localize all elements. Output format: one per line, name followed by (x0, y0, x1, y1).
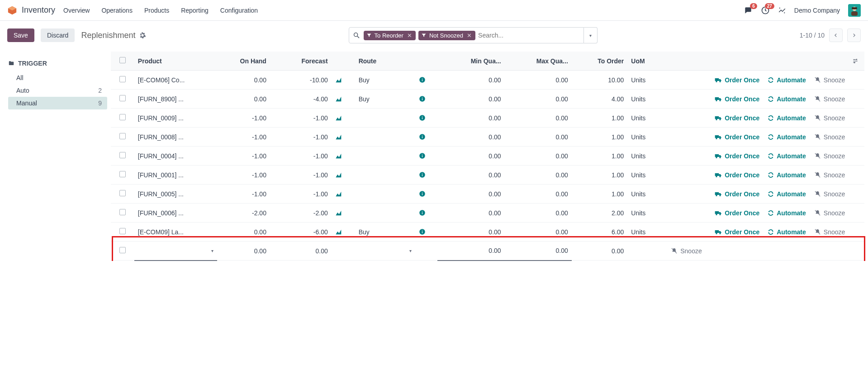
automate-button[interactable]: Automate (768, 95, 806, 103)
pager-next-button[interactable] (847, 28, 861, 42)
optional-columns-button[interactable] (849, 52, 864, 71)
new-min-input[interactable]: 0.00 (437, 242, 504, 261)
cell-max-qty[interactable]: 0.00 (505, 147, 572, 166)
table-row[interactable]: [E-COM06] Co...0.00-10.00Buy0.000.0010.0… (111, 71, 864, 90)
cell-route[interactable]: Buy (355, 90, 415, 109)
cell-min-qty[interactable]: 0.00 (437, 223, 504, 242)
snooze-button[interactable]: Snooze (814, 171, 845, 179)
col-product[interactable]: Product (134, 52, 217, 71)
order-once-button[interactable]: Order Once (715, 190, 759, 198)
route-info-button[interactable] (415, 166, 437, 185)
cell-max-qty[interactable]: 0.00 (505, 223, 572, 242)
cell-uom[interactable]: Units (627, 90, 665, 109)
cell-uom[interactable]: Units (627, 204, 665, 223)
snooze-button[interactable]: Snooze (671, 247, 702, 255)
company-switcher[interactable]: Demo Company (794, 7, 840, 14)
table-row[interactable]: [FURN_0004] ...-1.00-1.000.000.001.00Uni… (111, 147, 864, 166)
row-checkbox[interactable] (111, 128, 134, 147)
snooze-button[interactable]: Snooze (814, 228, 845, 236)
col-min[interactable]: Min Qua... (437, 52, 504, 71)
cell-to-order[interactable]: 1.00 (572, 109, 627, 128)
cell-product[interactable]: [FURN_0009] ... (134, 109, 217, 128)
app-name[interactable]: Inventory (22, 5, 55, 15)
cell-max-qty[interactable]: 0.00 (505, 90, 572, 109)
order-once-button[interactable]: Order Once (715, 228, 759, 236)
cell-forecast[interactable]: -4.00 (270, 90, 332, 109)
automate-button[interactable]: Automate (768, 152, 806, 160)
search-box[interactable]: To Reorder ✕ Not Snoozed ✕ (349, 27, 584, 43)
table-row[interactable]: [FURN_0009] ...-1.00-1.000.000.001.00Uni… (111, 109, 864, 128)
new-route-input[interactable]: ▾ (355, 242, 415, 261)
debug-icon[interactable] (778, 6, 786, 14)
row-checkbox[interactable] (111, 71, 134, 90)
cell-uom[interactable]: Units (627, 109, 665, 128)
cell-product[interactable]: [FURN_8900] ... (134, 90, 217, 109)
filter-chip-not-snoozed[interactable]: Not Snoozed ✕ (418, 31, 475, 40)
cell-on-hand[interactable]: -2.00 (217, 204, 270, 223)
row-checkbox[interactable] (111, 242, 134, 261)
cell-uom[interactable]: Units (627, 185, 665, 204)
chip-remove-icon[interactable]: ✕ (406, 32, 413, 39)
cell-uom[interactable]: Units (627, 223, 665, 242)
cell-forecast[interactable]: -1.00 (270, 185, 332, 204)
table-row[interactable]: [FURN_0008] ...-1.00-1.000.000.001.00Uni… (111, 128, 864, 147)
cell-to-order[interactable]: 1.00 (572, 185, 627, 204)
cell-product[interactable]: [E-COM09] La... (134, 223, 217, 242)
cell-to-order[interactable]: 1.00 (572, 166, 627, 185)
row-checkbox[interactable] (111, 90, 134, 109)
order-once-button[interactable]: Order Once (715, 95, 759, 103)
cell-forecast[interactable]: -2.00 (270, 204, 332, 223)
cell-uom[interactable]: Units (627, 147, 665, 166)
table-row[interactable]: [FURN_8900] ...0.00-4.00Buy0.000.004.00U… (111, 90, 864, 109)
nav-configuration[interactable]: Configuration (220, 7, 258, 14)
order-once-button[interactable]: Order Once (715, 171, 759, 179)
order-once-button[interactable]: Order Once (715, 209, 759, 217)
snooze-button[interactable]: Snooze (814, 95, 845, 103)
snooze-button[interactable]: Snooze (814, 76, 845, 84)
snooze-button[interactable]: Snooze (814, 209, 845, 217)
cell-max-qty[interactable]: 0.00 (505, 128, 572, 147)
search-options-toggle[interactable]: ▾ (584, 27, 598, 43)
forecast-chart-button[interactable] (332, 185, 355, 204)
cell-uom[interactable]: Units (627, 71, 665, 90)
user-avatar[interactable] (848, 4, 861, 17)
sidebar-item-manual[interactable]: Manual 9 (8, 97, 107, 109)
sidebar-item-auto[interactable]: Auto 2 (8, 84, 107, 97)
order-once-button[interactable]: Order Once (715, 114, 759, 122)
cell-product[interactable]: [FURN_0001] ... (134, 166, 217, 185)
forecast-chart-button[interactable] (332, 109, 355, 128)
col-forecast[interactable]: Forecast (270, 52, 332, 71)
cell-on-hand[interactable]: -1.00 (217, 166, 270, 185)
cell-product[interactable]: [FURN_0006] ... (134, 204, 217, 223)
cell-on-hand[interactable]: 0.00 (217, 223, 270, 242)
cell-max-qty[interactable]: 0.00 (505, 109, 572, 128)
save-button[interactable]: Save (7, 28, 34, 42)
route-info-button[interactable] (415, 71, 437, 90)
cell-on-hand[interactable]: -1.00 (217, 147, 270, 166)
cell-product[interactable]: [FURN_0008] ... (134, 128, 217, 147)
forecast-chart-button[interactable] (332, 223, 355, 242)
new-max-input[interactable]: 0.00 (505, 242, 572, 261)
row-checkbox[interactable] (111, 109, 134, 128)
select-all-checkbox[interactable] (111, 52, 134, 71)
cell-min-qty[interactable]: 0.00 (437, 90, 504, 109)
automate-button[interactable]: Automate (768, 76, 806, 84)
cell-to-order[interactable]: 10.00 (572, 71, 627, 90)
cell-forecast[interactable]: -1.00 (270, 109, 332, 128)
new-row[interactable]: ▾0.000.00▾0.000.000.00Snooze (111, 242, 864, 261)
cell-uom[interactable]: Units (627, 128, 665, 147)
filter-chip-to-reorder[interactable]: To Reorder ✕ (364, 31, 416, 40)
cell-to-order[interactable]: 4.00 (572, 90, 627, 109)
cell-product[interactable]: [E-COM06] Co... (134, 71, 217, 90)
nav-operations[interactable]: Operations (101, 7, 132, 14)
col-uom[interactable]: UoM (627, 52, 665, 71)
cell-min-qty[interactable]: 0.00 (437, 128, 504, 147)
search-input[interactable] (478, 32, 580, 39)
forecast-chart-button[interactable] (332, 128, 355, 147)
order-once-button[interactable]: Order Once (715, 133, 759, 141)
pager-prev-button[interactable] (829, 28, 843, 42)
nav-overview[interactable]: Overview (63, 7, 90, 14)
cell-route[interactable] (355, 185, 415, 204)
app-logo-icon[interactable] (7, 5, 17, 15)
cell-forecast[interactable]: -10.00 (270, 71, 332, 90)
